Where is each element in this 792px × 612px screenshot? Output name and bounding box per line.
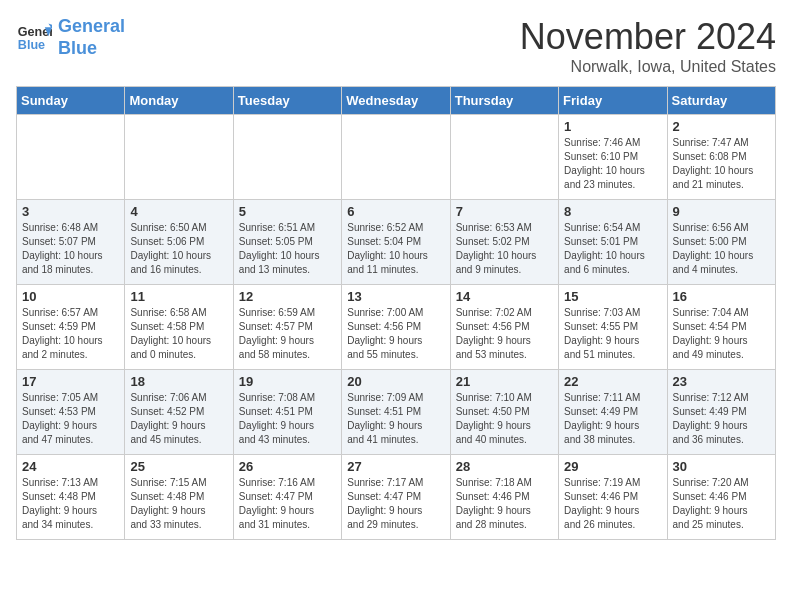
calendar-cell: 5Sunrise: 6:51 AM Sunset: 5:05 PM Daylig… [233,200,341,285]
svg-text:Blue: Blue [18,37,45,51]
calendar-cell: 9Sunrise: 6:56 AM Sunset: 5:00 PM Daylig… [667,200,775,285]
day-number: 5 [239,204,336,219]
day-info: Sunrise: 6:53 AM Sunset: 5:02 PM Dayligh… [456,221,553,277]
calendar-cell [233,115,341,200]
day-number: 13 [347,289,444,304]
day-info: Sunrise: 6:48 AM Sunset: 5:07 PM Dayligh… [22,221,119,277]
day-number: 2 [673,119,770,134]
day-number: 14 [456,289,553,304]
logo-text: General Blue [58,16,125,59]
day-number: 3 [22,204,119,219]
page-header: General Blue General Blue November 2024 … [16,16,776,76]
calendar-cell: 29Sunrise: 7:19 AM Sunset: 4:46 PM Dayli… [559,455,667,540]
day-number: 24 [22,459,119,474]
title-block: November 2024 Norwalk, Iowa, United Stat… [520,16,776,76]
calendar-cell [342,115,450,200]
day-info: Sunrise: 7:17 AM Sunset: 4:47 PM Dayligh… [347,476,444,532]
logo-line1: General [58,16,125,36]
calendar-cell [125,115,233,200]
day-number: 4 [130,204,227,219]
day-number: 22 [564,374,661,389]
day-info: Sunrise: 7:16 AM Sunset: 4:47 PM Dayligh… [239,476,336,532]
day-number: 20 [347,374,444,389]
day-info: Sunrise: 6:50 AM Sunset: 5:06 PM Dayligh… [130,221,227,277]
calendar-cell: 2Sunrise: 7:47 AM Sunset: 6:08 PM Daylig… [667,115,775,200]
day-info: Sunrise: 6:51 AM Sunset: 5:05 PM Dayligh… [239,221,336,277]
day-number: 9 [673,204,770,219]
calendar-cell: 16Sunrise: 7:04 AM Sunset: 4:54 PM Dayli… [667,285,775,370]
calendar-cell: 13Sunrise: 7:00 AM Sunset: 4:56 PM Dayli… [342,285,450,370]
day-number: 8 [564,204,661,219]
day-info: Sunrise: 7:08 AM Sunset: 4:51 PM Dayligh… [239,391,336,447]
day-number: 23 [673,374,770,389]
day-info: Sunrise: 7:03 AM Sunset: 4:55 PM Dayligh… [564,306,661,362]
day-info: Sunrise: 7:06 AM Sunset: 4:52 PM Dayligh… [130,391,227,447]
day-number: 27 [347,459,444,474]
day-info: Sunrise: 7:04 AM Sunset: 4:54 PM Dayligh… [673,306,770,362]
day-info: Sunrise: 7:19 AM Sunset: 4:46 PM Dayligh… [564,476,661,532]
calendar-cell: 26Sunrise: 7:16 AM Sunset: 4:47 PM Dayli… [233,455,341,540]
calendar-cell: 8Sunrise: 6:54 AM Sunset: 5:01 PM Daylig… [559,200,667,285]
week-row-3: 17Sunrise: 7:05 AM Sunset: 4:53 PM Dayli… [17,370,776,455]
day-info: Sunrise: 6:57 AM Sunset: 4:59 PM Dayligh… [22,306,119,362]
calendar-cell: 3Sunrise: 6:48 AM Sunset: 5:07 PM Daylig… [17,200,125,285]
calendar-cell: 12Sunrise: 6:59 AM Sunset: 4:57 PM Dayli… [233,285,341,370]
day-info: Sunrise: 7:09 AM Sunset: 4:51 PM Dayligh… [347,391,444,447]
calendar-cell: 23Sunrise: 7:12 AM Sunset: 4:49 PM Dayli… [667,370,775,455]
day-info: Sunrise: 7:05 AM Sunset: 4:53 PM Dayligh… [22,391,119,447]
weekday-header-row: SundayMondayTuesdayWednesdayThursdayFrid… [17,87,776,115]
weekday-header-wednesday: Wednesday [342,87,450,115]
day-info: Sunrise: 7:13 AM Sunset: 4:48 PM Dayligh… [22,476,119,532]
day-number: 30 [673,459,770,474]
day-info: Sunrise: 6:58 AM Sunset: 4:58 PM Dayligh… [130,306,227,362]
day-number: 10 [22,289,119,304]
day-info: Sunrise: 7:11 AM Sunset: 4:49 PM Dayligh… [564,391,661,447]
day-info: Sunrise: 6:54 AM Sunset: 5:01 PM Dayligh… [564,221,661,277]
day-number: 21 [456,374,553,389]
day-info: Sunrise: 7:47 AM Sunset: 6:08 PM Dayligh… [673,136,770,192]
weekday-header-tuesday: Tuesday [233,87,341,115]
calendar-cell [17,115,125,200]
week-row-0: 1Sunrise: 7:46 AM Sunset: 6:10 PM Daylig… [17,115,776,200]
day-number: 7 [456,204,553,219]
logo-icon: General Blue [16,20,52,56]
calendar-cell: 28Sunrise: 7:18 AM Sunset: 4:46 PM Dayli… [450,455,558,540]
day-info: Sunrise: 7:15 AM Sunset: 4:48 PM Dayligh… [130,476,227,532]
calendar-cell: 1Sunrise: 7:46 AM Sunset: 6:10 PM Daylig… [559,115,667,200]
logo: General Blue General Blue [16,16,125,59]
calendar-cell: 4Sunrise: 6:50 AM Sunset: 5:06 PM Daylig… [125,200,233,285]
week-row-4: 24Sunrise: 7:13 AM Sunset: 4:48 PM Dayli… [17,455,776,540]
day-number: 1 [564,119,661,134]
day-number: 26 [239,459,336,474]
day-number: 25 [130,459,227,474]
day-info: Sunrise: 7:02 AM Sunset: 4:56 PM Dayligh… [456,306,553,362]
weekday-header-sunday: Sunday [17,87,125,115]
calendar-cell: 19Sunrise: 7:08 AM Sunset: 4:51 PM Dayli… [233,370,341,455]
calendar-cell: 21Sunrise: 7:10 AM Sunset: 4:50 PM Dayli… [450,370,558,455]
weekday-header-saturday: Saturday [667,87,775,115]
day-info: Sunrise: 7:46 AM Sunset: 6:10 PM Dayligh… [564,136,661,192]
calendar-cell: 11Sunrise: 6:58 AM Sunset: 4:58 PM Dayli… [125,285,233,370]
calendar-cell: 22Sunrise: 7:11 AM Sunset: 4:49 PM Dayli… [559,370,667,455]
day-number: 29 [564,459,661,474]
day-info: Sunrise: 7:20 AM Sunset: 4:46 PM Dayligh… [673,476,770,532]
logo-line2: Blue [58,38,97,58]
calendar-cell: 14Sunrise: 7:02 AM Sunset: 4:56 PM Dayli… [450,285,558,370]
week-row-2: 10Sunrise: 6:57 AM Sunset: 4:59 PM Dayli… [17,285,776,370]
calendar-cell: 18Sunrise: 7:06 AM Sunset: 4:52 PM Dayli… [125,370,233,455]
day-number: 19 [239,374,336,389]
calendar-cell: 17Sunrise: 7:05 AM Sunset: 4:53 PM Dayli… [17,370,125,455]
month-title: November 2024 [520,16,776,58]
day-number: 6 [347,204,444,219]
day-number: 18 [130,374,227,389]
day-number: 16 [673,289,770,304]
calendar-cell: 25Sunrise: 7:15 AM Sunset: 4:48 PM Dayli… [125,455,233,540]
day-info: Sunrise: 7:18 AM Sunset: 4:46 PM Dayligh… [456,476,553,532]
day-number: 15 [564,289,661,304]
day-number: 12 [239,289,336,304]
calendar-cell: 6Sunrise: 6:52 AM Sunset: 5:04 PM Daylig… [342,200,450,285]
calendar-cell [450,115,558,200]
day-info: Sunrise: 6:56 AM Sunset: 5:00 PM Dayligh… [673,221,770,277]
location: Norwalk, Iowa, United States [520,58,776,76]
calendar-cell: 20Sunrise: 7:09 AM Sunset: 4:51 PM Dayli… [342,370,450,455]
